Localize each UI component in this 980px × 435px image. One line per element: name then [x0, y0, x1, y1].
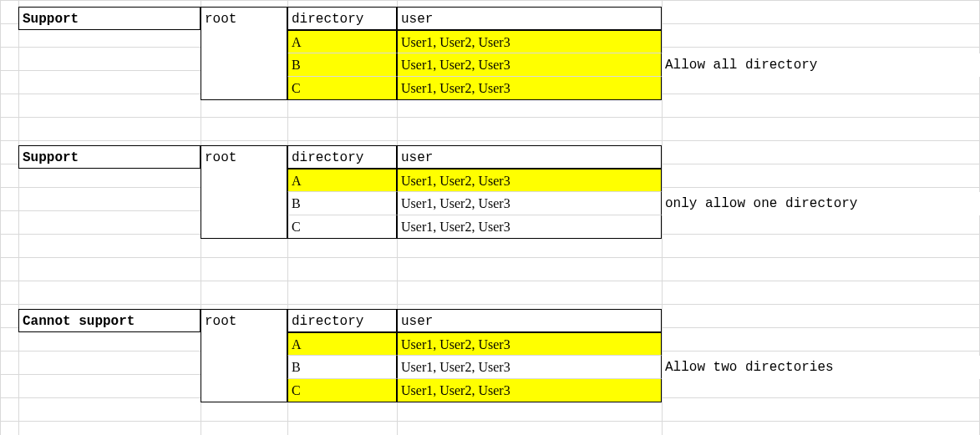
cell-dir: C — [287, 77, 397, 100]
cell-dir: A — [287, 30, 397, 53]
cell-user: User1, User2, User3 — [397, 53, 662, 77]
note: Allow two directories — [662, 356, 980, 379]
header-directory: directory — [287, 309, 397, 332]
cell-user: User1, User2, User3 — [397, 356, 662, 379]
cell-blank — [201, 169, 287, 192]
cell-root: root — [201, 309, 287, 332]
cell-dir: B — [287, 53, 397, 77]
cell-user: User1, User2, User3 — [397, 192, 662, 215]
header-user: user — [397, 7, 662, 30]
cell-user: User1, User2, User3 — [397, 215, 662, 239]
cell-blank — [201, 332, 287, 356]
cell-user: User1, User2, User3 — [397, 77, 662, 100]
cell-dir: B — [287, 356, 397, 379]
cell-root: root — [201, 7, 287, 30]
cell-dir: C — [287, 379, 397, 402]
header-user: user — [397, 309, 662, 332]
cell-root: root — [201, 145, 287, 169]
cell-dir: A — [287, 169, 397, 192]
cell-dir: C — [287, 215, 397, 239]
cell-blank — [201, 30, 287, 53]
cell-blank — [201, 53, 287, 77]
note: only allow one directory — [662, 192, 980, 215]
header-user: user — [397, 145, 662, 169]
cell-dir: A — [287, 332, 397, 356]
cell-user: User1, User2, User3 — [397, 30, 662, 53]
note: Allow all directory — [662, 53, 980, 77]
cell-user: User1, User2, User3 — [397, 169, 662, 192]
cell-blank — [201, 356, 287, 379]
label-support: Support — [18, 7, 201, 30]
cell-user: User1, User2, User3 — [397, 332, 662, 356]
label-cannot-support: Cannot support — [18, 309, 201, 332]
cell-user: User1, User2, User3 — [397, 379, 662, 402]
label-support: Support — [18, 145, 201, 169]
cell-dir: B — [287, 192, 397, 215]
cell-blank — [201, 192, 287, 215]
header-directory: directory — [287, 145, 397, 169]
cell-blank — [201, 379, 287, 402]
cell-blank — [201, 215, 287, 239]
header-directory: directory — [287, 7, 397, 30]
cell-blank — [201, 77, 287, 100]
